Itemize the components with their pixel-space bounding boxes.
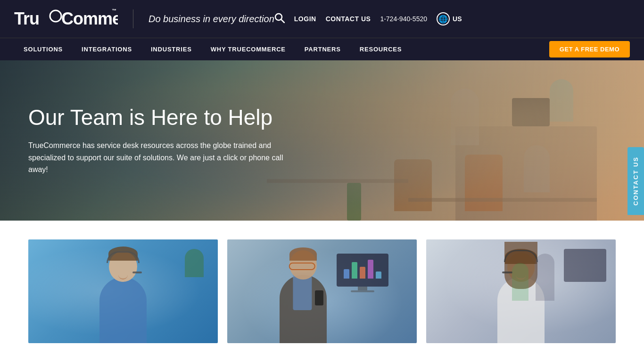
main-nav: SOLUTIONS INTEGRATIONS INDUSTRIES WHY TR…	[0, 38, 644, 60]
plant-bg	[185, 249, 204, 277]
bg-person-2	[512, 263, 528, 301]
nav-integrations[interactable]: INTEGRATIONS	[72, 38, 141, 61]
demo-button[interactable]: GET A FREE DEMO	[549, 41, 630, 58]
svg-text:™: ™	[112, 8, 116, 13]
tagline: Do business in every direction	[149, 14, 274, 25]
header: Tru Commerce ™ Do business in every dire…	[0, 0, 644, 38]
logo[interactable]: Tru Commerce ™	[14, 7, 118, 32]
search-button[interactable]	[274, 13, 285, 25]
phone-link[interactable]: 1-724-940-5520	[380, 15, 427, 23]
svg-line-5	[281, 19, 284, 23]
logo-svg: Tru Commerce ™	[14, 7, 118, 28]
nav-industries[interactable]: INDUSTRIES	[141, 38, 201, 61]
person-phone-1	[270, 249, 336, 343]
logo-area: Tru Commerce ™ Do business in every dire…	[14, 7, 274, 32]
monitor-bg	[337, 254, 388, 291]
region-label: US	[453, 15, 462, 23]
hero-content: Our Team is Here to Help TrueCommerce ha…	[0, 86, 330, 195]
login-link[interactable]: LOGIN	[294, 15, 316, 23]
logo-divider	[133, 9, 133, 28]
gallery-section	[0, 221, 644, 362]
region-selector[interactable]: 🌐 US	[437, 12, 462, 25]
monitor-bg-2	[564, 249, 606, 282]
hero-body: TrueCommerce has service desk resources …	[28, 140, 302, 176]
globe-icon: 🌐	[437, 12, 450, 25]
nav-why-truecommerce[interactable]: WHY TRUECOMMERCE	[201, 38, 295, 61]
nav-resources[interactable]: RESOURCES	[350, 38, 412, 61]
hero-title: Our Team is Here to Help	[28, 105, 302, 130]
svg-text:Tru: Tru	[14, 9, 39, 28]
gallery-item-2	[227, 239, 417, 343]
bg-person-1	[536, 254, 554, 301]
nav-partners[interactable]: PARTNERS	[295, 38, 350, 61]
gallery-item-3	[426, 239, 616, 343]
contact-us-link[interactable]: CONTACT US	[326, 15, 371, 23]
hero-section: Our Team is Here to Help TrueCommerce ha…	[0, 60, 644, 221]
person-headset-1	[90, 249, 156, 343]
gallery-item-1	[28, 239, 218, 343]
svg-text:Commerce: Commerce	[61, 9, 118, 28]
svg-point-1	[50, 10, 61, 22]
nav-solutions[interactable]: SOLUTIONS	[14, 38, 72, 61]
contact-sidebar-tab[interactable]: CONTACT US	[627, 147, 644, 215]
header-right: LOGIN CONTACT US 1-724-940-5520 🌐 US	[274, 12, 462, 25]
search-icon	[274, 13, 285, 23]
